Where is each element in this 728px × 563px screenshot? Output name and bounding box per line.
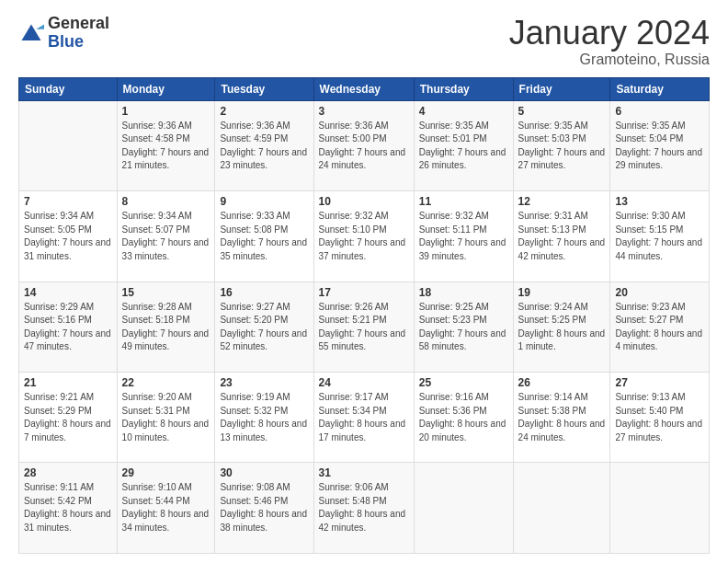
day-info: Sunrise: 9:30 AMSunset: 5:15 PMDaylight:… (615, 210, 704, 263)
calendar-body: 1Sunrise: 9:36 AMSunset: 4:58 PMDaylight… (19, 100, 710, 553)
day-number: 10 (319, 195, 409, 208)
day-info: Sunrise: 9:34 AMSunset: 5:05 PMDaylight:… (24, 210, 112, 263)
calendar-cell: 18Sunrise: 9:25 AMSunset: 5:23 PMDayligh… (414, 282, 513, 372)
day-info: Sunrise: 9:23 AMSunset: 5:27 PMDaylight:… (615, 301, 704, 354)
calendar-cell: 22Sunrise: 9:20 AMSunset: 5:31 PMDayligh… (117, 373, 215, 463)
logo-blue: Blue (48, 33, 109, 52)
day-number: 11 (419, 195, 508, 208)
calendar-week-row: 21Sunrise: 9:21 AMSunset: 5:29 PMDayligh… (19, 373, 710, 463)
calendar-cell: 3Sunrise: 9:36 AMSunset: 5:00 PMDaylight… (313, 100, 414, 190)
weekday-header: Tuesday (215, 77, 313, 100)
calendar-cell: 2Sunrise: 9:36 AMSunset: 4:59 PMDaylight… (215, 100, 313, 190)
day-number: 29 (122, 466, 210, 479)
day-info: Sunrise: 9:13 AMSunset: 5:40 PMDaylight:… (615, 391, 704, 444)
day-info: Sunrise: 9:33 AMSunset: 5:08 PMDaylight:… (220, 210, 308, 263)
calendar-cell: 12Sunrise: 9:31 AMSunset: 5:13 PMDayligh… (513, 191, 610, 282)
day-number: 6 (615, 105, 704, 118)
day-info: Sunrise: 9:31 AMSunset: 5:13 PMDaylight:… (518, 210, 606, 263)
day-info: Sunrise: 9:10 AMSunset: 5:44 PMDaylight:… (122, 481, 210, 534)
calendar-cell: 25Sunrise: 9:16 AMSunset: 5:36 PMDayligh… (414, 373, 513, 463)
calendar-cell: 7Sunrise: 9:34 AMSunset: 5:05 PMDaylight… (19, 191, 118, 282)
calendar-week-row: 14Sunrise: 9:29 AMSunset: 5:16 PMDayligh… (19, 282, 710, 372)
day-number: 1 (122, 105, 210, 118)
calendar-cell: 29Sunrise: 9:10 AMSunset: 5:44 PMDayligh… (117, 463, 215, 554)
day-number: 8 (122, 195, 210, 208)
calendar-table: SundayMondayTuesdayWednesdayThursdayFrid… (18, 77, 710, 554)
calendar-cell: 11Sunrise: 9:32 AMSunset: 5:11 PMDayligh… (414, 191, 513, 282)
logo: General Blue (18, 15, 109, 52)
calendar-cell: 21Sunrise: 9:21 AMSunset: 5:29 PMDayligh… (19, 373, 118, 463)
month-title: January 2024 (509, 15, 710, 52)
calendar-cell: 31Sunrise: 9:06 AMSunset: 5:48 PMDayligh… (313, 463, 414, 554)
day-info: Sunrise: 9:36 AMSunset: 4:59 PMDaylight:… (220, 120, 308, 173)
calendar-cell (414, 463, 513, 554)
day-info: Sunrise: 9:06 AMSunset: 5:48 PMDaylight:… (319, 481, 409, 534)
day-info: Sunrise: 9:29 AMSunset: 5:16 PMDaylight:… (24, 301, 112, 354)
weekday-header: Saturday (610, 77, 710, 100)
day-info: Sunrise: 9:32 AMSunset: 5:10 PMDaylight:… (319, 210, 409, 263)
day-info: Sunrise: 9:11 AMSunset: 5:42 PMDaylight:… (24, 481, 112, 534)
day-info: Sunrise: 9:24 AMSunset: 5:25 PMDaylight:… (518, 301, 606, 354)
day-info: Sunrise: 9:14 AMSunset: 5:38 PMDaylight:… (518, 391, 606, 444)
day-number: 7 (24, 195, 112, 208)
day-info: Sunrise: 9:20 AMSunset: 5:31 PMDaylight:… (122, 391, 210, 444)
calendar-cell (513, 463, 610, 554)
calendar-cell: 9Sunrise: 9:33 AMSunset: 5:08 PMDaylight… (215, 191, 313, 282)
day-number: 12 (518, 195, 606, 208)
svg-marker-1 (36, 24, 44, 29)
day-number: 15 (122, 286, 210, 299)
calendar-cell: 19Sunrise: 9:24 AMSunset: 5:25 PMDayligh… (513, 282, 610, 372)
calendar-cell: 13Sunrise: 9:30 AMSunset: 5:15 PMDayligh… (610, 191, 710, 282)
calendar-week-row: 1Sunrise: 9:36 AMSunset: 4:58 PMDaylight… (19, 100, 710, 190)
calendar-cell: 1Sunrise: 9:36 AMSunset: 4:58 PMDaylight… (117, 100, 215, 190)
day-info: Sunrise: 9:34 AMSunset: 5:07 PMDaylight:… (122, 210, 210, 263)
calendar-cell: 15Sunrise: 9:28 AMSunset: 5:18 PMDayligh… (117, 282, 215, 372)
day-number: 28 (24, 466, 112, 479)
day-number: 24 (319, 376, 409, 389)
calendar-week-row: 7Sunrise: 9:34 AMSunset: 5:05 PMDaylight… (19, 191, 710, 282)
weekday-header: Wednesday (313, 77, 414, 100)
day-number: 17 (319, 286, 409, 299)
logo-icon (18, 21, 44, 47)
day-number: 26 (518, 376, 606, 389)
calendar-cell: 6Sunrise: 9:35 AMSunset: 5:04 PMDaylight… (610, 100, 710, 190)
weekday-header: Monday (117, 77, 215, 100)
logo-text: General Blue (48, 15, 109, 52)
calendar-cell (610, 463, 710, 554)
calendar-cell: 20Sunrise: 9:23 AMSunset: 5:27 PMDayligh… (610, 282, 710, 372)
day-number: 22 (122, 376, 210, 389)
calendar-cell (19, 100, 118, 190)
day-info: Sunrise: 9:17 AMSunset: 5:34 PMDaylight:… (319, 391, 409, 444)
day-number: 3 (319, 105, 409, 118)
day-info: Sunrise: 9:19 AMSunset: 5:32 PMDaylight:… (220, 391, 308, 444)
logo-general: General (48, 15, 109, 33)
calendar-cell: 23Sunrise: 9:19 AMSunset: 5:32 PMDayligh… (215, 373, 313, 463)
day-info: Sunrise: 9:16 AMSunset: 5:36 PMDaylight:… (419, 391, 508, 444)
day-info: Sunrise: 9:08 AMSunset: 5:46 PMDaylight:… (220, 481, 308, 534)
title-block: January 2024 Gramoteino, Russia (509, 15, 710, 68)
calendar-cell: 28Sunrise: 9:11 AMSunset: 5:42 PMDayligh… (19, 463, 118, 554)
calendar-cell: 5Sunrise: 9:35 AMSunset: 5:03 PMDaylight… (513, 100, 610, 190)
day-number: 30 (220, 466, 308, 479)
calendar-cell: 24Sunrise: 9:17 AMSunset: 5:34 PMDayligh… (313, 373, 414, 463)
day-number: 4 (419, 105, 508, 118)
day-number: 25 (419, 376, 508, 389)
calendar-header: SundayMondayTuesdayWednesdayThursdayFrid… (19, 77, 710, 100)
page: General Blue January 2024 Gramoteino, Ru… (0, 0, 728, 563)
day-number: 31 (319, 466, 409, 479)
day-number: 13 (615, 195, 704, 208)
svg-marker-0 (22, 24, 41, 40)
day-info: Sunrise: 9:35 AMSunset: 5:04 PMDaylight:… (615, 120, 704, 173)
weekday-row: SundayMondayTuesdayWednesdayThursdayFrid… (19, 77, 710, 100)
calendar-cell: 27Sunrise: 9:13 AMSunset: 5:40 PMDayligh… (610, 373, 710, 463)
day-info: Sunrise: 9:25 AMSunset: 5:23 PMDaylight:… (419, 301, 508, 354)
calendar-cell: 8Sunrise: 9:34 AMSunset: 5:07 PMDaylight… (117, 191, 215, 282)
day-number: 9 (220, 195, 308, 208)
day-number: 2 (220, 105, 308, 118)
day-number: 23 (220, 376, 308, 389)
day-info: Sunrise: 9:36 AMSunset: 5:00 PMDaylight:… (319, 120, 409, 173)
location-title: Gramoteino, Russia (509, 52, 710, 68)
day-info: Sunrise: 9:35 AMSunset: 5:03 PMDaylight:… (518, 120, 606, 173)
calendar-cell: 30Sunrise: 9:08 AMSunset: 5:46 PMDayligh… (215, 463, 313, 554)
calendar-cell: 10Sunrise: 9:32 AMSunset: 5:10 PMDayligh… (313, 191, 414, 282)
